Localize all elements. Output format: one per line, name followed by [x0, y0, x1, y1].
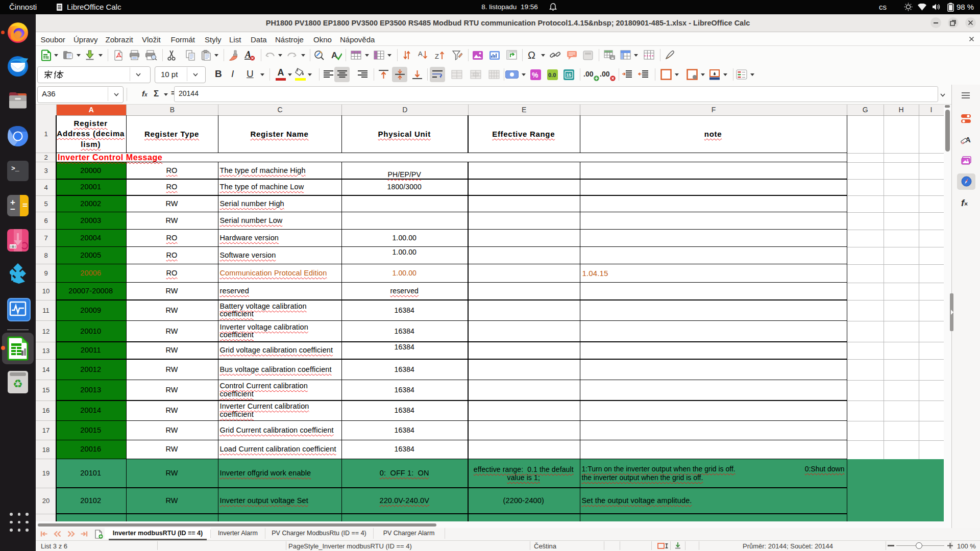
svg-text:Z: Z [435, 53, 439, 60]
svg-text:15: 15 [566, 72, 571, 78]
svg-text:A: A [331, 51, 337, 60]
svg-text:%: % [532, 71, 538, 79]
svg-text:Ω: Ω [528, 50, 535, 60]
svg-text:0.0: 0.0 [548, 72, 556, 78]
svg-text:A: A [418, 50, 423, 58]
